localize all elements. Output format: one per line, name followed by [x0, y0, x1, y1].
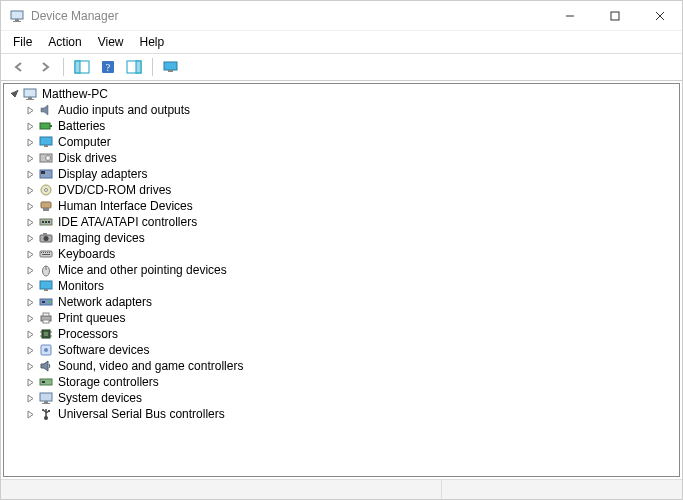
expander-closed-icon[interactable]: [24, 168, 36, 180]
display-adapter-icon: [38, 166, 54, 182]
tree-category-label[interactable]: Sound, video and game controllers: [58, 359, 243, 374]
svg-point-62: [44, 348, 48, 352]
tree-category-label[interactable]: Human Interface Devices: [58, 199, 193, 214]
system-icon: [38, 390, 54, 406]
expander-closed-icon[interactable]: [24, 376, 36, 388]
arrow-right-icon: [38, 60, 52, 74]
tree-category-label[interactable]: Batteries: [58, 119, 105, 134]
expander-closed-icon[interactable]: [24, 152, 36, 164]
tree-category-label[interactable]: Imaging devices: [58, 231, 145, 246]
svg-rect-29: [43, 208, 49, 211]
tree-category-label[interactable]: Processors: [58, 327, 118, 342]
expander-closed-icon[interactable]: [24, 136, 36, 148]
expander-closed-icon[interactable]: [24, 328, 36, 340]
expander-closed-icon[interactable]: [24, 392, 36, 404]
menu-action[interactable]: Action: [40, 33, 89, 51]
tree-category-label[interactable]: Software devices: [58, 343, 149, 358]
device-tree-panel[interactable]: Matthew-PC Audio inputs and outputsBatte…: [3, 83, 680, 477]
maximize-button[interactable]: [592, 1, 637, 31]
tree-category-node[interactable]: Software devices: [4, 342, 679, 358]
tree-category-label[interactable]: Display adapters: [58, 167, 147, 182]
tree-category-label[interactable]: Keyboards: [58, 247, 115, 262]
camera-icon: [38, 230, 54, 246]
scan-hardware-button[interactable]: [159, 56, 183, 78]
tree-category-node[interactable]: Mice and other pointing devices: [4, 262, 679, 278]
tree-category-node[interactable]: DVD/CD-ROM drives: [4, 182, 679, 198]
monitor-scan-icon: [163, 60, 179, 74]
tree-category-label[interactable]: DVD/CD-ROM drives: [58, 183, 171, 198]
tree-category-label[interactable]: Audio inputs and outputs: [58, 103, 190, 118]
svg-rect-47: [40, 281, 52, 289]
svg-rect-15: [24, 89, 36, 97]
tree-category-label[interactable]: Disk drives: [58, 151, 117, 166]
tree-category-node[interactable]: Audio inputs and outputs: [4, 102, 679, 118]
expander-closed-icon[interactable]: [24, 280, 36, 292]
tree-category-label[interactable]: Universal Serial Bus controllers: [58, 407, 225, 422]
tree-category-label[interactable]: System devices: [58, 391, 142, 406]
tree-category-node[interactable]: Computer: [4, 134, 679, 150]
tree-category-label[interactable]: IDE ATA/ATAPI controllers: [58, 215, 197, 230]
mouse-icon: [38, 262, 54, 278]
tree-category-node[interactable]: Imaging devices: [4, 230, 679, 246]
minimize-button[interactable]: [547, 1, 592, 31]
tree-category-label[interactable]: Network adapters: [58, 295, 152, 310]
expander-closed-icon[interactable]: [24, 296, 36, 308]
status-pane-left: [1, 480, 442, 499]
expander-closed-icon[interactable]: [24, 408, 36, 420]
svg-rect-44: [42, 254, 50, 255]
expander-closed-icon[interactable]: [24, 184, 36, 196]
tree-root-label[interactable]: Matthew-PC: [42, 87, 108, 102]
tree-category-node[interactable]: Storage controllers: [4, 374, 679, 390]
expander-closed-icon[interactable]: [24, 200, 36, 212]
tree-category-node[interactable]: Sound, video and game controllers: [4, 358, 679, 374]
tree-category-label[interactable]: Monitors: [58, 279, 104, 294]
menu-file[interactable]: File: [5, 33, 40, 51]
tree-category-node[interactable]: Display adapters: [4, 166, 679, 182]
tree-category-node[interactable]: Keyboards: [4, 246, 679, 262]
svg-rect-17: [26, 99, 34, 100]
tree-category-node[interactable]: Batteries: [4, 118, 679, 134]
titlebar: Device Manager: [1, 1, 682, 31]
svg-rect-54: [43, 320, 49, 323]
svg-rect-65: [40, 393, 52, 401]
expander-closed-icon[interactable]: [24, 344, 36, 356]
keyboard-icon: [38, 246, 54, 262]
expander-closed-icon[interactable]: [24, 232, 36, 244]
expander-closed-icon[interactable]: [24, 360, 36, 372]
menu-help[interactable]: Help: [132, 33, 173, 51]
expander-closed-icon[interactable]: [24, 248, 36, 260]
forward-button[interactable]: [33, 56, 57, 78]
expander-open-icon[interactable]: [8, 88, 20, 100]
tree-category-label[interactable]: Print queues: [58, 311, 125, 326]
tree-category-label[interactable]: Mice and other pointing devices: [58, 263, 227, 278]
tree-category-label[interactable]: Computer: [58, 135, 111, 150]
tree-category-node[interactable]: Print queues: [4, 310, 679, 326]
storage-icon: [38, 374, 54, 390]
tree-category-node[interactable]: Monitors: [4, 278, 679, 294]
close-button[interactable]: [637, 1, 682, 31]
expander-closed-icon[interactable]: [24, 264, 36, 276]
statusbar: [1, 479, 682, 499]
expander-closed-icon[interactable]: [24, 312, 36, 324]
svg-point-70: [42, 409, 44, 411]
tree-category-node[interactable]: IDE ATA/ATAPI controllers: [4, 214, 679, 230]
help-icon: ?: [101, 60, 115, 74]
tree-category-node[interactable]: Network adapters: [4, 294, 679, 310]
tree-category-node[interactable]: Disk drives: [4, 150, 679, 166]
menu-view[interactable]: View: [90, 33, 132, 51]
show-hide-tree-button[interactable]: [70, 56, 94, 78]
tree-category-node[interactable]: Human Interface Devices: [4, 198, 679, 214]
tree-category-node[interactable]: System devices: [4, 390, 679, 406]
expander-closed-icon[interactable]: [24, 216, 36, 228]
action-pane-button[interactable]: [122, 56, 146, 78]
back-button[interactable]: [7, 56, 31, 78]
expander-closed-icon[interactable]: [24, 104, 36, 116]
tree-category-node[interactable]: Universal Serial Bus controllers: [4, 406, 679, 422]
tree-category-label[interactable]: Storage controllers: [58, 375, 159, 390]
help-button[interactable]: ?: [96, 56, 120, 78]
tree-root-node[interactable]: Matthew-PC: [4, 86, 679, 102]
battery-icon: [38, 118, 54, 134]
svg-rect-67: [42, 403, 50, 404]
tree-category-node[interactable]: Processors: [4, 326, 679, 342]
expander-closed-icon[interactable]: [24, 120, 36, 132]
